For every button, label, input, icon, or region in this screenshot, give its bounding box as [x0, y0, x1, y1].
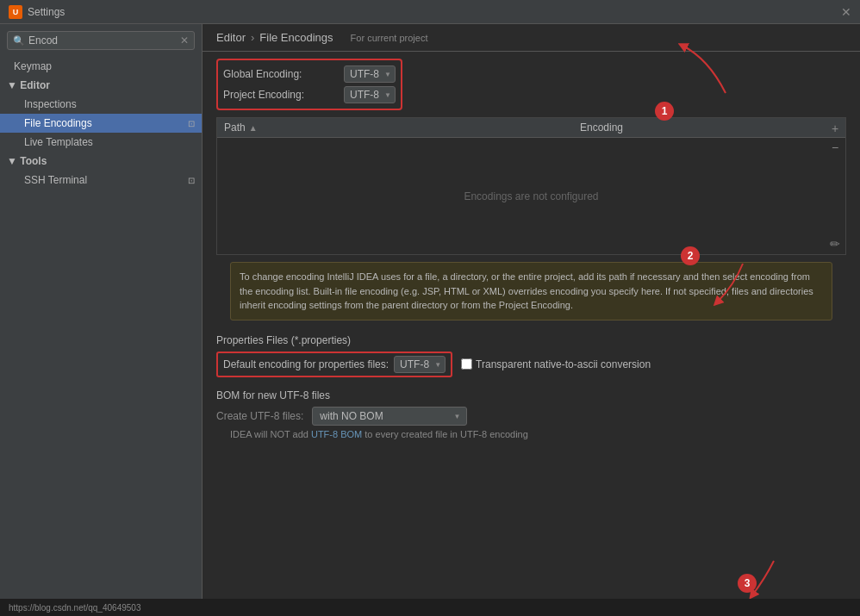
- app-icon: U: [9, 5, 22, 19]
- sidebar: 🔍 ✕ Keymap ▼ Editor Inspections File Enc…: [0, 24, 203, 599]
- table-toolbar: + −: [825, 118, 845, 158]
- search-icon: 🔍: [13, 35, 25, 47]
- sidebar-item-file-encodings[interactable]: File Encodings ⊡: [0, 114, 202, 133]
- transparent-checkbox[interactable]: [461, 358, 472, 370]
- close-button[interactable]: ✕: [841, 5, 851, 19]
- sidebar-item-inspections[interactable]: Inspections: [0, 95, 202, 114]
- properties-row: Default encoding for properties files: U…: [216, 352, 846, 377]
- global-encoding-row: Global Encoding: UTF-8: [223, 65, 396, 83]
- sidebar-item-live-templates[interactable]: Live Templates: [0, 133, 202, 152]
- table-empty-message: Encodings are not configured: [217, 138, 845, 254]
- sidebar-item-keymap[interactable]: Keymap: [0, 57, 202, 76]
- url-text: https://blog.csdn.net/qq_40649503: [9, 603, 140, 613]
- sidebar-section-editor[interactable]: ▼ Editor: [0, 76, 202, 95]
- title-bar: U Settings ✕: [0, 0, 860, 24]
- breadcrumb-current: File Encodings: [259, 31, 333, 44]
- project-encoding-select[interactable]: UTF-8: [344, 86, 396, 103]
- global-encoding-select[interactable]: UTF-8: [344, 65, 396, 83]
- default-encoding-label: Default encoding for properties files:: [223, 358, 389, 370]
- bom-note-text2: to every created file in UTF-8 encoding: [365, 429, 528, 439]
- sidebar-item-label: Inspections: [24, 98, 77, 110]
- bom-title: BOM for new UTF-8 files: [216, 389, 846, 401]
- default-encoding-select[interactable]: UTF-8: [394, 356, 446, 373]
- remove-button[interactable]: −: [826, 139, 844, 156]
- properties-title: Properties Files (*.properties): [216, 334, 846, 346]
- bom-note-link: UTF-8 BOM: [311, 429, 362, 439]
- bom-note: IDEA will NOT add UTF-8 BOM to every cre…: [216, 429, 846, 439]
- annotation-circle-2: 2: [681, 246, 700, 265]
- project-encoding-label: Project Encoding:: [223, 89, 335, 101]
- sidebar-section-tools[interactable]: ▼ Tools: [0, 152, 202, 171]
- default-encoding-select-wrapper[interactable]: UTF-8: [394, 356, 446, 373]
- search-input[interactable]: [28, 34, 177, 47]
- info-box: To change encoding IntelliJ IDEA uses fo…: [230, 262, 832, 320]
- table-header: Path ▲ Encoding: [217, 118, 845, 138]
- add-button[interactable]: +: [826, 120, 844, 137]
- breadcrumb-parent: Editor: [216, 31, 246, 44]
- transparent-checkbox-row[interactable]: Transparent native-to-ascii conversion: [461, 358, 651, 370]
- sidebar-item-label: SSH Terminal: [24, 174, 87, 186]
- content-area: Editor › File Encodings For current proj…: [203, 24, 860, 599]
- encodings-table: Path ▲ Encoding Encodings are not config…: [216, 117, 846, 255]
- project-encoding-row: Project Encoding: UTF-8: [223, 86, 396, 103]
- annotation-circle-3: 3: [738, 574, 757, 593]
- table-col-path: Path ▲: [224, 121, 580, 134]
- sidebar-item-label: Live Templates: [24, 136, 93, 148]
- bom-section: BOM for new UTF-8 files Create UTF-8 fil…: [203, 384, 860, 445]
- url-bar: https://blog.csdn.net/qq_40649503: [0, 599, 860, 616]
- info-text: To change encoding IntelliJ IDEA uses fo…: [240, 271, 813, 310]
- global-encoding-label: Global Encoding:: [223, 68, 335, 80]
- sidebar-item-label: File Encodings: [24, 117, 92, 129]
- bom-select-wrapper[interactable]: with NO BOM: [312, 407, 467, 426]
- create-utf8-label: Create UTF-8 files:: [216, 410, 303, 422]
- bom-note-text: IDEA will NOT add: [230, 429, 311, 439]
- annotation-circle-1: 1: [655, 102, 674, 121]
- sidebar-item-icon: ⊡: [188, 176, 195, 185]
- table-col-encoding: Encoding: [580, 121, 838, 134]
- window-title: Settings: [28, 6, 65, 18]
- sidebar-item-label: Keymap: [14, 60, 52, 72]
- for-project-label: For current project: [351, 33, 428, 43]
- global-encoding-select-wrapper[interactable]: UTF-8: [344, 65, 396, 83]
- project-encoding-select-wrapper[interactable]: UTF-8: [344, 86, 396, 103]
- search-box[interactable]: 🔍 ✕: [7, 31, 195, 50]
- sidebar-section-label: ▼ Editor: [7, 79, 50, 91]
- search-clear-icon[interactable]: ✕: [180, 34, 189, 47]
- encoding-settings-box: Global Encoding: UTF-8 Project Encoding:…: [216, 59, 402, 110]
- properties-section: Properties Files (*.properties) Default …: [203, 327, 860, 384]
- edit-pencil-button[interactable]: ✏: [826, 235, 844, 252]
- sidebar-item-icon: ⊡: [188, 119, 195, 128]
- sort-arrow-icon: ▲: [249, 123, 258, 133]
- bom-select[interactable]: with NO BOM: [312, 407, 467, 426]
- sidebar-item-ssh-terminal[interactable]: SSH Terminal ⊡: [0, 171, 202, 190]
- content-header: Editor › File Encodings For current proj…: [203, 24, 860, 52]
- bom-row: Create UTF-8 files: with NO BOM: [216, 407, 846, 426]
- default-encoding-box: Default encoding for properties files: U…: [216, 352, 452, 377]
- sidebar-section-label: ▼ Tools: [7, 155, 47, 167]
- breadcrumb-separator: ›: [251, 31, 254, 44]
- transparent-label: Transparent native-to-ascii conversion: [476, 358, 651, 370]
- breadcrumb: Editor › File Encodings: [216, 31, 333, 44]
